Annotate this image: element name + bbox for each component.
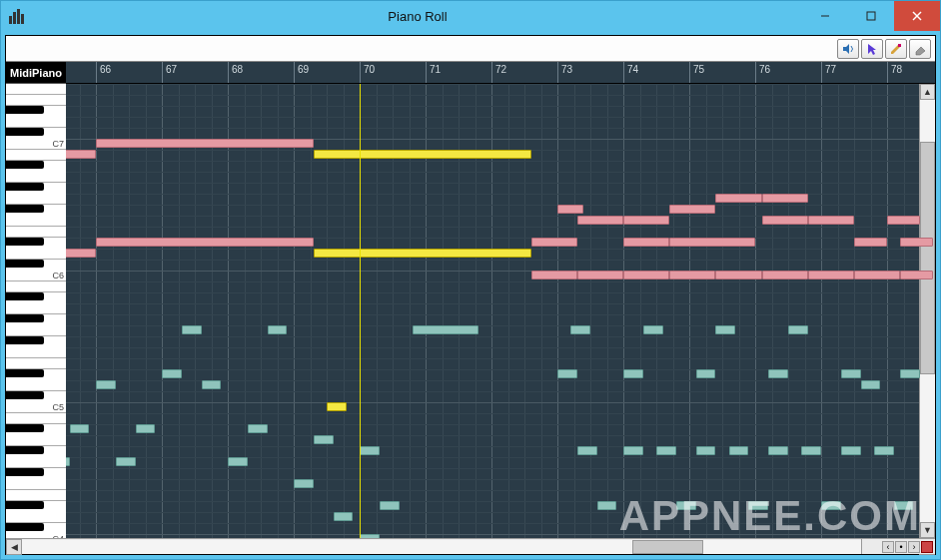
piano-key[interactable] — [6, 523, 44, 531]
midi-note[interactable] — [294, 479, 314, 488]
horizontal-scrollbar[interactable]: ◀ ▶ — [6, 538, 935, 554]
midi-note[interactable] — [887, 216, 920, 225]
midi-note[interactable] — [696, 369, 716, 378]
midi-note[interactable] — [334, 512, 354, 521]
midi-note[interactable] — [841, 369, 861, 378]
piano-key[interactable] — [6, 314, 44, 322]
midi-note[interactable] — [327, 402, 347, 411]
midi-note[interactable] — [643, 325, 663, 334]
midi-note[interactable] — [808, 216, 854, 225]
midi-note[interactable] — [70, 424, 90, 433]
midi-note[interactable] — [531, 271, 577, 280]
midi-note[interactable] — [676, 501, 696, 510]
piano-key[interactable] — [6, 95, 66, 106]
midi-note[interactable] — [557, 369, 577, 378]
midi-note[interactable] — [623, 369, 643, 378]
maximize-button[interactable] — [848, 1, 894, 31]
midi-note[interactable] — [162, 369, 182, 378]
midi-note[interactable] — [874, 446, 894, 455]
midi-note[interactable] — [413, 325, 478, 334]
vertical-scrollbar[interactable]: ▲ ▼ — [919, 84, 935, 538]
midi-note[interactable] — [894, 501, 914, 510]
midi-note[interactable] — [66, 457, 70, 466]
midi-note[interactable] — [623, 271, 669, 280]
midi-note[interactable] — [360, 534, 380, 538]
midi-note[interactable] — [715, 271, 761, 280]
piano-key[interactable] — [6, 238, 44, 246]
piano-key[interactable] — [6, 106, 44, 114]
midi-note[interactable] — [861, 380, 881, 389]
midi-note[interactable] — [623, 446, 643, 455]
note-grid[interactable] — [66, 84, 935, 538]
midi-note[interactable] — [248, 424, 268, 433]
midi-note[interactable] — [360, 446, 380, 455]
erase-tool-button[interactable] — [909, 39, 931, 59]
midi-note[interactable] — [762, 216, 808, 225]
midi-note[interactable] — [570, 325, 590, 334]
midi-note[interactable] — [268, 325, 288, 334]
scroll-up-button[interactable]: ▲ — [920, 84, 935, 100]
piano-key[interactable] — [6, 468, 44, 476]
midi-note[interactable] — [821, 501, 841, 510]
piano-key[interactable] — [6, 391, 44, 399]
midi-note[interactable] — [748, 501, 768, 510]
playhead[interactable] — [360, 84, 361, 538]
midi-note[interactable] — [900, 238, 933, 247]
midi-note[interactable] — [96, 380, 116, 389]
piano-key[interactable] — [6, 501, 44, 509]
minimize-button[interactable] — [802, 1, 848, 31]
midi-note[interactable] — [808, 271, 854, 280]
piano-key[interactable] — [6, 336, 44, 344]
piano-key[interactable] — [6, 260, 44, 268]
audio-preview-button[interactable] — [837, 39, 859, 59]
piano-key[interactable] — [6, 369, 44, 377]
midi-note[interactable] — [623, 238, 669, 247]
midi-note[interactable] — [762, 271, 808, 280]
midi-note[interactable] — [669, 205, 715, 214]
midi-note[interactable] — [900, 271, 933, 280]
midi-note[interactable] — [116, 457, 136, 466]
midi-note[interactable] — [762, 194, 808, 203]
midi-note[interactable] — [228, 457, 248, 466]
piano-key[interactable] — [6, 292, 44, 300]
midi-note[interactable] — [854, 271, 900, 280]
midi-note[interactable] — [656, 446, 676, 455]
midi-note[interactable] — [314, 435, 334, 444]
midi-note[interactable] — [531, 238, 577, 247]
piano-key[interactable] — [6, 84, 66, 95]
midi-note[interactable] — [597, 501, 617, 510]
midi-note[interactable] — [854, 238, 887, 247]
midi-note[interactable] — [669, 271, 715, 280]
close-button[interactable] — [894, 1, 940, 31]
midi-note[interactable] — [577, 446, 597, 455]
midi-note[interactable] — [900, 369, 920, 378]
hscroll-track[interactable] — [22, 540, 919, 554]
midi-note[interactable] — [314, 249, 531, 258]
midi-note[interactable] — [202, 380, 222, 389]
vscroll-track[interactable] — [920, 100, 935, 522]
draw-tool-button[interactable] — [885, 39, 907, 59]
piano-keyboard[interactable]: C7C6C5C4 — [6, 84, 66, 538]
midi-note[interactable] — [715, 325, 735, 334]
midi-note[interactable] — [669, 238, 755, 247]
record-indicator[interactable] — [921, 541, 933, 553]
scroll-down-button[interactable]: ▼ — [920, 522, 935, 538]
midi-note[interactable] — [623, 216, 669, 225]
midi-note[interactable] — [729, 446, 749, 455]
time-ruler[interactable]: 66676869707172737475767778 — [66, 62, 935, 84]
midi-note[interactable] — [841, 446, 861, 455]
piano-key[interactable] — [6, 205, 44, 213]
midi-note[interactable] — [696, 446, 716, 455]
scroll-left-button[interactable]: ◀ — [6, 539, 22, 555]
midi-note[interactable] — [314, 150, 531, 159]
titlebar[interactable]: Piano Roll — [1, 1, 940, 31]
piano-key[interactable] — [6, 446, 44, 454]
midi-note[interactable] — [801, 446, 821, 455]
midi-note[interactable] — [557, 205, 583, 214]
hscroll-thumb[interactable] — [632, 540, 704, 554]
midi-note[interactable] — [182, 325, 202, 334]
piano-key[interactable] — [6, 161, 44, 169]
midi-note[interactable] — [715, 194, 761, 203]
midi-note[interactable] — [380, 501, 400, 510]
midi-note[interactable] — [66, 150, 96, 159]
